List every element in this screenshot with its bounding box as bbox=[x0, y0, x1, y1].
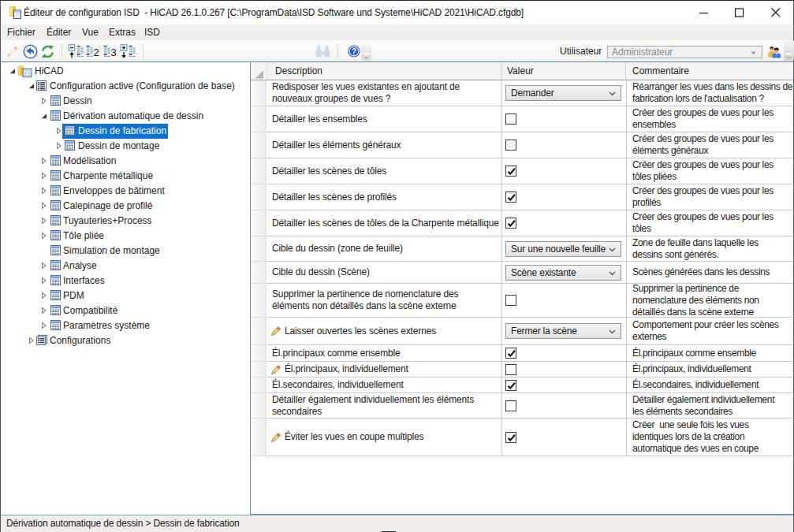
svg-text:?: ? bbox=[352, 47, 356, 56]
svg-text:3: 3 bbox=[111, 47, 117, 58]
svg-text:2: 2 bbox=[94, 47, 99, 58]
